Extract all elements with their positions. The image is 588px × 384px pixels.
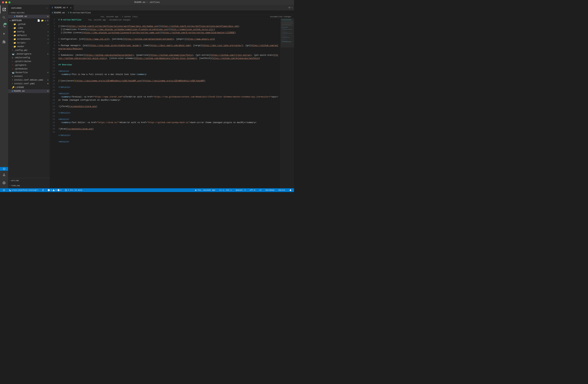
file-gitignore[interactable]: ⑂ .gitignore	[8, 63, 50, 67]
code-line-34: </details>	[58, 134, 279, 137]
folder-idea-icon: 📁	[14, 27, 16, 29]
folder-defaults-dot: ●	[48, 35, 48, 36]
file-config-yml[interactable]: ! _config.yml	[8, 48, 50, 52]
minimize-button[interactable]	[5, 1, 7, 3]
config-yml-icon: !	[12, 49, 13, 52]
file-install-debian[interactable]: ! install.conf.debian.yaml A	[8, 78, 50, 82]
folder-screenshots-label: screenshots	[17, 38, 30, 40]
dotfiles-header[interactable]: ▾ .DOTFILES 📄 📁 ↺ ⊟	[8, 19, 50, 23]
code-line-2	[58, 22, 279, 25]
close-button[interactable]	[2, 1, 4, 3]
code-line-23: <summary>Terminal: <a href="https://www.…	[58, 95, 279, 102]
file-install-conf-label: install.conf.yaml	[14, 83, 35, 85]
code-line-17	[58, 76, 279, 79]
status-errors[interactable]: 0 0 0	[46, 188, 63, 192]
file-install-conf[interactable]: ! install.conf.yaml M	[8, 82, 50, 86]
activity-source-control[interactable]: 37	[0, 22, 8, 30]
activity-explorer[interactable]	[0, 5, 8, 14]
open-editors-label[interactable]: ▾ OPEN EDITORS	[8, 11, 50, 15]
activity-extensions[interactable]	[0, 38, 8, 46]
open-editors-chevron: ▾	[9, 12, 10, 14]
editor-content[interactable]: 12345 678910 1112131415 1617181920 21222…	[50, 18, 294, 188]
breadcrumb-section[interactable]: 0-vortex/dotfiles	[70, 12, 91, 14]
code-line-10: >	[58, 50, 279, 54]
status-language[interactable]: Markdown	[265, 188, 276, 192]
breadcrumb-bar: ℹ README.md › # 0-vortex/dotfiles	[50, 11, 294, 15]
open-editor-readme[interactable]: ℹ README.md M	[8, 15, 50, 18]
split-editor-icon[interactable]: ⧉	[289, 6, 290, 9]
more-actions-icon[interactable]: ⋯	[291, 6, 293, 9]
status-linter[interactable]: ESLint	[277, 188, 286, 192]
folder-vendor-icon: 📁	[14, 45, 16, 48]
git-author: You, seconds ago	[101, 16, 118, 18]
code-line-33	[58, 131, 279, 134]
new-folder-icon[interactable]: 📁	[41, 19, 44, 22]
new-file-icon[interactable]: ⋯	[46, 7, 48, 9]
dockerignore-icon: 🐋	[12, 53, 15, 55]
status-branch[interactable]: cross-platform-testing*+	[8, 188, 40, 192]
source-control-badge: 37	[3, 23, 7, 25]
folder-idea[interactable]: › 📁 .idea	[8, 26, 50, 30]
outline-label[interactable]: › OUTLINE	[8, 179, 50, 182]
code-line-15: <details>	[58, 70, 279, 73]
sidebar-title: EXPLORER	[11, 7, 21, 9]
breadcrumb-file-icon: ℹ	[52, 11, 53, 14]
file-install[interactable]: = install	[8, 74, 50, 78]
folder-scripts-chevron: ›	[12, 42, 13, 44]
status-time[interactable]: 2 hrs 15 mins	[64, 188, 83, 192]
main-layout: 37 EXPLORER ⋯	[0, 5, 294, 188]
code-editor[interactable]: # 0-vortex/dotfilesYou, seconds ago · Un…	[57, 18, 280, 188]
activity-settings[interactable]	[0, 179, 8, 187]
breadcrumb-file[interactable]: README.md	[54, 12, 65, 14]
timeline-label[interactable]: › TIMELINE	[8, 184, 50, 188]
editorconfig-icon: ⚙	[12, 56, 13, 59]
file-gitignore-label: .gitignore	[14, 64, 26, 66]
code-line-19	[58, 83, 279, 86]
status-remote-icon[interactable]	[1, 188, 6, 192]
tab-close-icon[interactable]: ✕	[70, 6, 71, 9]
dotfiles-title: .DOTFILES	[11, 20, 21, 22]
status-encoding[interactable]: UTF-8	[249, 188, 256, 192]
file-license[interactable]: 🔑 LICENSE	[8, 86, 50, 89]
maximize-button[interactable]	[8, 1, 10, 3]
status-notifications[interactable]	[288, 188, 293, 192]
status-line-ending[interactable]: LF	[258, 188, 262, 192]
file-gitattributes[interactable]: ⑂ .gitattributes	[8, 60, 50, 63]
file-dockerfile[interactable]: 🐋 Dockerfile A	[8, 71, 50, 74]
code-line-9: > Package managers: [pip](https://pip.py…	[58, 44, 279, 50]
file-dockerignore[interactable]: 🐋 .dockerignore A	[8, 52, 50, 56]
activity-account[interactable]	[0, 171, 8, 179]
folder-config-dot: ●	[48, 31, 48, 33]
folder-github[interactable]: › 📁 .github ●	[8, 23, 50, 26]
folder-config[interactable]: › 📁 config ●	[8, 30, 50, 34]
linter-label: ESLint	[278, 189, 285, 191]
file-readme[interactable]: ℹ README.md M	[8, 89, 50, 93]
status-sync[interactable]	[41, 188, 45, 192]
folder-vendor[interactable]: › 📁 vendor	[8, 45, 50, 48]
code-line-6	[58, 34, 279, 38]
refresh-icon[interactable]: ↺	[45, 19, 46, 22]
sync-icon	[42, 189, 44, 191]
git-author-status: You, seconds ago	[197, 189, 215, 191]
folder-scripts[interactable]: › 📁 scripts ●	[8, 41, 50, 45]
tab-readme[interactable]: ℹ README.md M ✕	[50, 5, 74, 10]
status-position[interactable]: Ln 1, Col 1	[218, 188, 232, 192]
status-bar-right: You, seconds ago Ln 1, Col 1 Spaces: 2 U…	[194, 188, 293, 192]
file-install-debian-label: install.conf.debian.yaml	[14, 79, 43, 81]
status-git-author[interactable]: You, seconds ago	[194, 188, 216, 192]
gitignore-icon: ⑂	[12, 64, 13, 67]
error-count: 0	[51, 189, 52, 191]
activity-search[interactable]	[0, 14, 8, 22]
collapse-all-icon[interactable]: ⊟	[47, 19, 48, 22]
new-file-dotfiles-icon[interactable]: 📄	[37, 19, 40, 22]
folder-screenshots[interactable]: › 📁 screenshots ●	[8, 37, 50, 41]
activity-remote[interactable]	[0, 167, 8, 171]
folder-defaults[interactable]: › 📁 defaults ●	[8, 34, 50, 37]
file-editorconfig[interactable]: ⚙ .editorconfig	[8, 56, 50, 60]
status-spaces[interactable]: Spaces: 2	[235, 188, 247, 192]
folder-github-dot: ●	[48, 24, 48, 25]
tab-bar: ℹ README.md M ✕ ⧉ ⋯	[50, 5, 294, 11]
code-line-25: ![iTerm3](screenshots/iterm.png)	[58, 105, 279, 108]
file-gitmodules[interactable]: ⑂ .gitmodules	[8, 67, 50, 71]
activity-run[interactable]	[0, 30, 8, 38]
